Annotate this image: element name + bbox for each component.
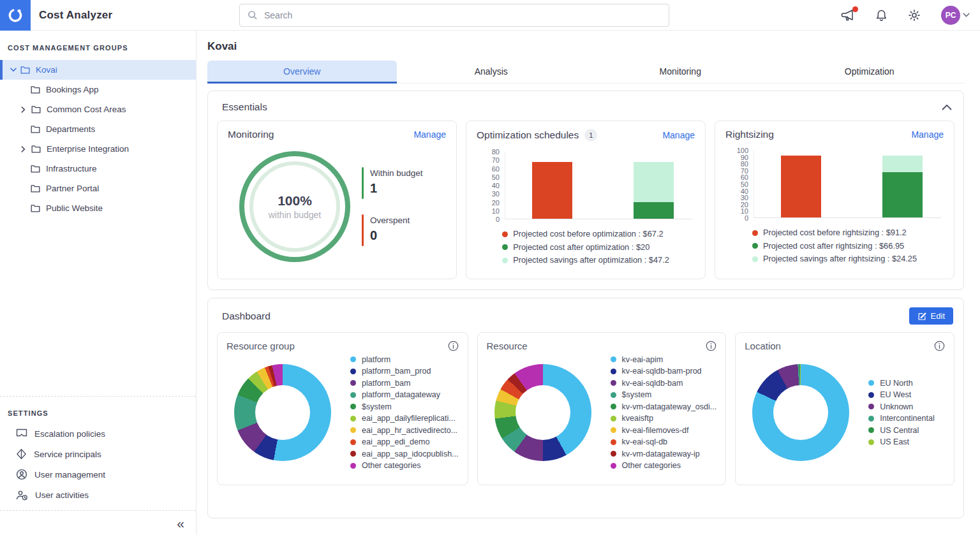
legend-item: Projected savings after rightsizing : $2… bbox=[752, 253, 917, 266]
legend-label: Other categories bbox=[362, 461, 420, 470]
legend-dot bbox=[611, 427, 616, 433]
resource-card: Resourcekv-eai-apimkv-eai-sqldb-bam-prod… bbox=[477, 332, 727, 485]
tab-analysis[interactable]: Analysis bbox=[397, 61, 586, 83]
resource-group-card: Resource groupplatformplatform_bam_prodp… bbox=[217, 332, 468, 485]
legend-dot bbox=[868, 392, 874, 398]
collapse-sidebar-button[interactable]: « bbox=[177, 517, 184, 530]
y-tick: 50 bbox=[492, 173, 500, 181]
settings-item-user-management[interactable]: User management bbox=[0, 464, 196, 485]
settings-list: Escalation policiesService principalsUse… bbox=[0, 423, 196, 505]
sidebar-item-label: Enterprise Integration bbox=[47, 144, 129, 154]
legend-item: kveaisftp bbox=[611, 414, 717, 423]
folder-icon bbox=[31, 145, 41, 153]
legend-dot bbox=[611, 356, 616, 362]
card-title: Resource group bbox=[226, 341, 295, 351]
gear-icon bbox=[908, 9, 921, 22]
sidebar-item-common-cost-areas[interactable]: Common Cost Areas bbox=[0, 99, 196, 119]
notification-dot bbox=[852, 6, 858, 12]
stat-color-indicator bbox=[362, 167, 364, 199]
sidebar-item-kovai[interactable]: Kovai bbox=[0, 60, 196, 80]
legend-item: Projected cost after rightsizing : $66.9… bbox=[752, 240, 917, 253]
notifications-button[interactable] bbox=[875, 9, 887, 22]
legend-label: kv-vm-datagateway_osdi... bbox=[622, 402, 717, 411]
legend-dot bbox=[502, 258, 508, 263]
settings-button[interactable] bbox=[908, 9, 921, 22]
legend-item: kv-eai-sql-db bbox=[611, 437, 717, 446]
folder-icon bbox=[31, 105, 41, 114]
resource-group-info-button[interactable] bbox=[448, 341, 459, 351]
monitoring-card: Monitoring Manage 100% within budget bbox=[217, 121, 457, 279]
user-menu[interactable]: PC bbox=[941, 6, 970, 25]
sidebar-item-label: Partner Portal bbox=[46, 184, 99, 193]
card-title: Resource bbox=[487, 341, 528, 351]
donut-hole bbox=[255, 385, 310, 440]
tab-monitoring[interactable]: Monitoring bbox=[586, 61, 775, 83]
budget-gauge: 100% within budget bbox=[239, 151, 350, 262]
sidebar-item-departments[interactable]: Departments bbox=[0, 119, 196, 139]
legend-dot bbox=[611, 380, 616, 386]
sidebar-item-label: Kovai bbox=[36, 65, 57, 75]
legend-item: Projected cost before optimization : $67… bbox=[502, 228, 669, 241]
legend-item: kv-vm-datagateway-ip bbox=[611, 450, 717, 458]
sidebar-item-bookings-app[interactable]: Bookings App bbox=[0, 80, 196, 99]
search-icon bbox=[248, 10, 257, 20]
location-info-button[interactable] bbox=[934, 341, 945, 351]
legend-item: Other categories bbox=[611, 461, 717, 470]
edit-dashboard-button[interactable]: Edit bbox=[909, 307, 953, 325]
folder-icon bbox=[31, 85, 40, 94]
search-input[interactable] bbox=[239, 4, 669, 27]
sidebar-item-enterprise-integration[interactable]: Enterprise Integration bbox=[0, 139, 196, 159]
tab-overview[interactable]: Overview bbox=[207, 61, 397, 84]
app-logo[interactable] bbox=[0, 0, 31, 31]
resource-body: kv-eai-apimkv-eai-sqldb-bam-prodkv-eai-s… bbox=[487, 351, 717, 474]
turbo360-logo-icon bbox=[7, 7, 24, 24]
monitoring-manage-link[interactable]: Manage bbox=[413, 129, 446, 140]
y-tick: 70 bbox=[492, 156, 500, 164]
sidebar-footer: « bbox=[0, 510, 196, 535]
legend-item: $system bbox=[611, 390, 717, 399]
avatar: PC bbox=[941, 6, 960, 25]
legend-item: US Central bbox=[868, 426, 934, 435]
sidebar-item-label: Departments bbox=[46, 124, 95, 134]
sidebar-item-label: Bookings App bbox=[46, 85, 99, 94]
monitoring-card-title: Monitoring bbox=[228, 129, 274, 140]
legend-item: kv-eai-apim bbox=[611, 355, 717, 364]
y-tick: 30 bbox=[492, 190, 500, 198]
announcements-button[interactable] bbox=[841, 9, 855, 22]
location-donut-chart bbox=[752, 364, 849, 461]
optimization-schedules-manage-link[interactable]: Manage bbox=[662, 130, 695, 140]
legend-dot bbox=[350, 427, 356, 433]
bell-icon bbox=[875, 9, 887, 22]
tab-optimization[interactable]: Optimization bbox=[775, 61, 965, 83]
bar-1 bbox=[882, 156, 923, 217]
sidebar-item-partner-portal[interactable]: Partner Portal bbox=[0, 179, 196, 198]
sidebar-item-infrastructure[interactable]: Infrastructure bbox=[0, 159, 196, 179]
bar-1 bbox=[634, 162, 674, 219]
legend-item: kv-eai-sqldb-bam bbox=[611, 379, 717, 388]
legend-item: eai_app_sap_idocpublish... bbox=[350, 450, 459, 458]
resource-info-button[interactable] bbox=[706, 341, 716, 351]
settings-item-user-activities[interactable]: User activities bbox=[0, 485, 196, 505]
settings-item-label: User activities bbox=[35, 490, 89, 500]
legend-item: Projected cost after optimization : $20 bbox=[502, 241, 669, 254]
sidebar-item-public-website[interactable]: Public Website bbox=[0, 198, 196, 218]
legend-label: Projected cost before rightsizing : $91.… bbox=[763, 226, 907, 240]
legend-dot bbox=[868, 380, 874, 386]
bar-segment-projected-savings-after-optimization bbox=[634, 162, 674, 202]
chevron-down-icon bbox=[10, 68, 20, 72]
collapse-section-icon[interactable] bbox=[942, 104, 952, 110]
settings-item-service-principals[interactable]: Service principals bbox=[0, 444, 196, 464]
location-card: LocationEU NorthEU WestUnknownInterconti… bbox=[735, 332, 954, 485]
resource-group-legend: platformplatform_bam_prodplatform_bampla… bbox=[350, 355, 459, 471]
settings-item-escalation-policies[interactable]: Escalation policies bbox=[0, 423, 196, 444]
legend-item: platform_datagateway bbox=[350, 390, 459, 399]
rightsizing-header: RightsizingManage bbox=[725, 129, 944, 140]
y-tick: 90 bbox=[741, 154, 748, 161]
legend-label: kv-eai-sql-db bbox=[622, 437, 668, 446]
rightsizing-manage-link[interactable]: Manage bbox=[911, 129, 944, 140]
sidebar-tree: KovaiBookings AppCommon Cost AreasDepart… bbox=[0, 60, 196, 218]
location-header: Location bbox=[745, 341, 945, 351]
legend-dot bbox=[502, 244, 508, 250]
dashboard-panel: Dashboard Edit Resource groupplatformpla… bbox=[207, 298, 964, 518]
main-content: Kovai OverviewAnalysisMonitoringOptimiza… bbox=[197, 31, 980, 535]
